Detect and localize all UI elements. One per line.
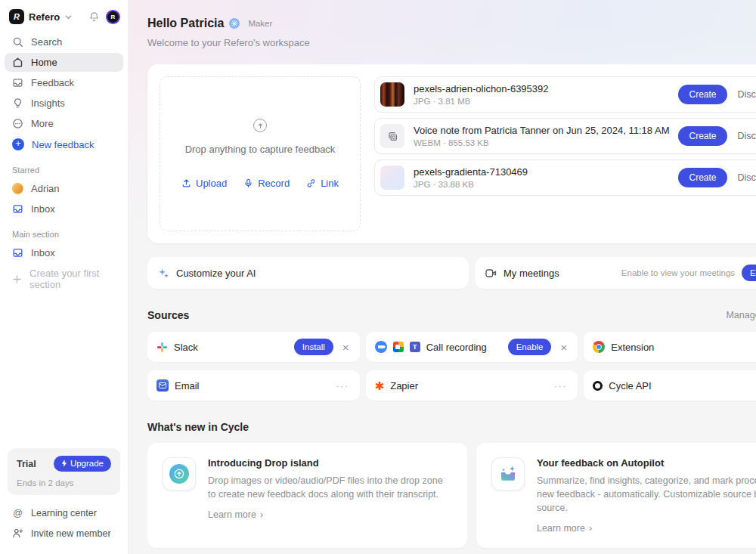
trial-card: Trial Upgrade Ends in 2 days — [8, 448, 120, 495]
feedback-item-row: pexels-gradienta-7130469 JPG · 33.88 KB … — [374, 159, 756, 196]
sidebar-item-more[interactable]: More — [5, 114, 123, 133]
new-feedback-button[interactable]: + New feedback — [5, 135, 123, 154]
sidebar-item-feedback[interactable]: Feedback — [5, 73, 123, 92]
search-icon — [12, 36, 23, 48]
teams-icon: T — [410, 342, 420, 352]
sidebar-item-insights[interactable]: Insights — [5, 94, 123, 113]
sources-title: Sources — [147, 309, 189, 321]
sidebar-item-label: Inbox — [31, 247, 55, 258]
news-body: Summarize, find insights, categorize, an… — [537, 474, 756, 515]
video-camera-icon — [485, 268, 497, 278]
upgrade-button[interactable]: Upgrade — [54, 456, 111, 472]
sidebar-item-inbox-starred[interactable]: Inbox — [5, 200, 123, 218]
enable-call-recording-button[interactable]: Enable — [508, 339, 552, 355]
customize-ai-card[interactable]: Customize your AI — [147, 257, 469, 289]
autopilot-icon — [491, 457, 525, 491]
discard-button[interactable]: Discard — [736, 85, 756, 104]
lightbulb-icon — [12, 97, 23, 109]
enable-meetings-button[interactable]: Enable — [742, 265, 756, 281]
source-card-cycle-api: Cycle API ··· — [584, 370, 756, 401]
item-title: pexels-adrien-olichon-6395392 — [414, 83, 669, 94]
inbox-blue-icon — [12, 247, 23, 258]
learn-more-link[interactable]: Learn more› — [537, 523, 592, 534]
meetings-hint: Enable to view your meetings — [621, 268, 735, 277]
create-section-button[interactable]: Create your first section — [5, 264, 123, 294]
main-section-label: Main section — [12, 230, 116, 239]
main-area: Hello Patricia Maker Welcome to your Ref… — [129, 0, 756, 554]
inbox-icon — [12, 77, 23, 88]
capture-card: Drop anything to capture feedback Upload… — [147, 64, 756, 243]
learn-more-link[interactable]: Learn more› — [208, 509, 263, 520]
close-icon[interactable]: × — [559, 340, 569, 354]
sparkles-icon — [158, 268, 169, 279]
item-title: Voice note from Patricia Tanner on Jun 2… — [414, 125, 669, 136]
more-options-icon[interactable]: ··· — [334, 379, 351, 393]
discard-button[interactable]: Discard — [736, 168, 756, 187]
source-card-email: Email ··· — [147, 370, 360, 401]
create-button[interactable]: Create — [678, 85, 727, 104]
sidebar-item-search[interactable]: Search — [5, 32, 123, 51]
drop-island-icon — [163, 457, 196, 491]
link-icon — [306, 178, 316, 188]
sidebar-item-inbox-main[interactable]: Inbox — [5, 243, 123, 262]
manage-sources-link[interactable]: Manage sources — [726, 310, 756, 320]
sidebar-item-adrian[interactable]: Adrian — [5, 179, 123, 198]
sidebar-item-label: Insights — [31, 97, 65, 109]
plus-circle-icon: + — [12, 138, 24, 150]
dropzone-text: Drop anything to capture feedback — [185, 144, 336, 155]
create-button[interactable]: Create — [678, 168, 727, 187]
at-sign-icon: @ — [12, 507, 23, 518]
refero-logo-icon: R — [9, 9, 24, 24]
more-options-icon[interactable]: ··· — [553, 379, 569, 393]
news-title: Introducing Drop island — [208, 457, 452, 469]
google-meet-icon — [393, 342, 404, 352]
sidebar-item-home[interactable]: Home — [5, 53, 123, 72]
snowflake-badge-icon — [229, 18, 240, 29]
feedback-item-row: Voice note from Patricia Tanner on Jun 2… — [374, 118, 756, 154]
workspace-switcher[interactable]: R Refero — [9, 9, 73, 24]
item-meta: JPG · 3.81 MB — [414, 97, 669, 106]
source-card-slack: Slack Install × — [147, 332, 360, 362]
upload-button[interactable]: Upload — [181, 178, 227, 189]
starred-section-label: Starred — [12, 166, 116, 175]
source-card-extension: Extension ··· — [584, 332, 756, 362]
sidebar-item-label: Search — [31, 36, 62, 48]
sidebar-item-label: More — [31, 118, 54, 129]
feedback-item-row: pexels-adrien-olichon-6395392 JPG · 3.81… — [374, 76, 756, 113]
install-slack-button[interactable]: Install — [294, 339, 333, 355]
zoom-icon — [375, 341, 387, 353]
workspace-name: Refero — [29, 11, 60, 23]
close-icon[interactable]: × — [341, 340, 351, 354]
item-meta: WEBM · 855.53 KB — [414, 138, 669, 147]
learning-center-button[interactable]: @ Learning center — [5, 503, 123, 523]
drop-zone[interactable]: Drop anything to capture feedback Upload… — [160, 76, 361, 231]
upload-circle-icon — [253, 119, 267, 132]
whats-new-title: What's new in Cycle — [147, 421, 249, 433]
home-icon — [12, 57, 23, 68]
sidebar-item-label: Adrian — [31, 183, 60, 194]
email-icon — [156, 379, 169, 392]
create-button[interactable]: Create — [678, 126, 727, 146]
invite-member-button[interactable]: Invite new member — [5, 523, 123, 543]
sidebar: R Refero R Search Home Feedback Insights… — [0, 0, 129, 554]
item-meta: JPG · 33.88 KB — [414, 180, 669, 189]
copy-icon — [387, 131, 398, 142]
cycle-api-icon — [593, 381, 603, 391]
new-feedback-label: New feedback — [32, 139, 94, 150]
discard-button[interactable]: Discard — [736, 126, 756, 146]
news-body: Drop images or video/audio/PDF files int… — [208, 474, 452, 501]
role-badge: Maker — [248, 19, 272, 28]
person-plus-icon — [12, 528, 23, 539]
bell-icon[interactable] — [88, 11, 100, 23]
inbox-blue-icon — [12, 203, 23, 215]
news-title: Your feedback on Autopilot — [537, 457, 756, 469]
my-meetings-card[interactable]: My meetings Enable to view your meetings… — [475, 257, 756, 289]
zapier-icon: ✱ — [375, 380, 385, 392]
user-avatar[interactable]: R — [106, 10, 120, 24]
my-meetings-label: My meetings — [503, 268, 559, 279]
more-circle-icon — [12, 118, 23, 129]
file-thumbnail — [380, 124, 404, 148]
record-button[interactable]: Record — [243, 178, 290, 189]
link-button[interactable]: Link — [306, 178, 339, 189]
workspace-row: R Refero R — [5, 6, 123, 32]
